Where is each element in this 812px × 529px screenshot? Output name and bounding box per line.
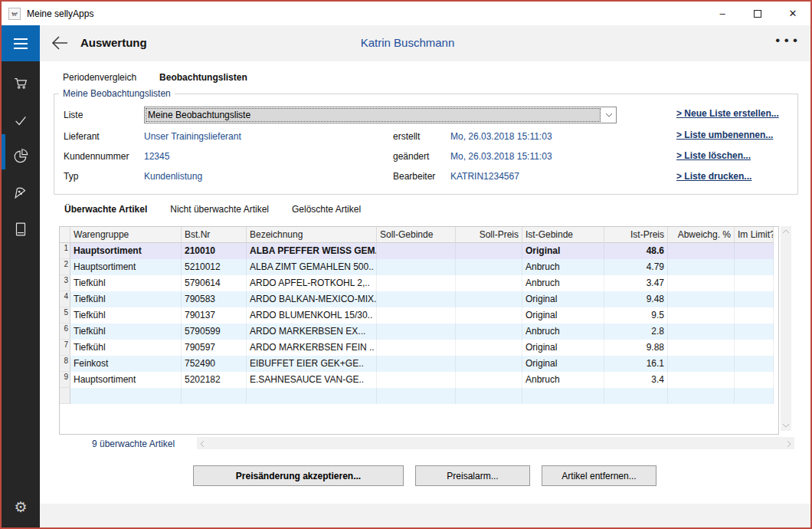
cell-abweichg[interactable] <box>668 307 735 324</box>
cell-ist_gebinde[interactable] <box>522 388 604 404</box>
preisaenderung-akzeptieren-button[interactable]: Preisänderung akzeptieren... <box>193 465 404 486</box>
cell-ist_gebinde[interactable]: Original <box>522 243 604 259</box>
table-row[interactable]: 2Hauptsortiment5210012ALBA ZIMT GEMAHLEN… <box>60 259 778 275</box>
table-row[interactable]: 8Feinkost752490EIBUFFET EIER GEK+GE..Ori… <box>60 356 778 372</box>
table-row[interactable] <box>60 388 778 404</box>
cell-soll_preis[interactable] <box>456 307 522 324</box>
cell-soll_gebinde[interactable] <box>377 275 456 291</box>
cell-warengruppe[interactable]: Tiefkühl <box>70 275 182 291</box>
hamburger-menu-icon[interactable] <box>2 25 40 61</box>
cell-bezeichnung[interactable]: ARDO MARKERBSEN FEIN .. <box>247 340 377 356</box>
cell-ist_gebinde[interactable]: Anbruch <box>522 324 604 340</box>
cell-bezeichnung[interactable] <box>247 388 377 404</box>
table-row[interactable]: 7Tiefkühl790597ARDO MARKERBSEN FEIN ..Or… <box>60 340 778 356</box>
column-header-im_limit[interactable]: Im Limit? <box>735 227 774 243</box>
cell-ist_gebinde[interactable]: Anbruch <box>522 259 604 275</box>
cell-im_limit[interactable] <box>735 324 774 340</box>
cell-bezeichnung[interactable]: ARDO BLUMENKOHL 15/30.. <box>247 307 377 324</box>
cell-abweichg[interactable] <box>668 291 735 307</box>
cell-soll_preis[interactable] <box>456 340 522 356</box>
cell-warengruppe[interactable]: Hauptsortiment <box>70 259 182 275</box>
cell-abweichg[interactable] <box>668 356 735 372</box>
cell-soll_gebinde[interactable] <box>377 388 456 404</box>
horizontal-scrollbar[interactable] <box>197 437 794 449</box>
cell-ist_gebinde[interactable]: Original <box>522 356 604 372</box>
cell-warengruppe[interactable]: Tiefkühl <box>70 340 182 356</box>
cell-bstnr[interactable]: 5790614 <box>182 275 247 291</box>
cell-soll_gebinde[interactable] <box>377 340 456 356</box>
tab-beobachtungslisten[interactable]: Beobachtungslisten <box>159 72 247 83</box>
cell-bezeichnung[interactable]: ARDO MARKERBSEN EX... <box>247 324 377 340</box>
pizza-slice-icon[interactable] <box>2 177 40 208</box>
cell-abweichg[interactable] <box>668 340 735 356</box>
cell-ist_gebinde[interactable]: Original <box>522 340 604 356</box>
table-row[interactable]: 5Tiefkühl790137ARDO BLUMENKOHL 15/30..Or… <box>60 307 778 324</box>
cell-ist_gebinde[interactable]: Anbruch <box>522 275 604 291</box>
cell-soll_gebinde[interactable] <box>377 307 456 324</box>
cell-warengruppe[interactable]: Hauptsortiment <box>70 372 182 388</box>
cell-bezeichnung[interactable]: ARDO BALKAN-MEXICO-MIX.. <box>247 291 377 307</box>
column-header-soll_preis[interactable]: Soll-Preis <box>456 227 522 243</box>
maximize-icon[interactable] <box>740 2 775 25</box>
cell-warengruppe[interactable]: Tiefkühl <box>70 307 182 324</box>
table-row[interactable]: 3Tiefkühl5790614ARDO APFEL-ROTKOHL 2,..A… <box>60 275 778 291</box>
cell-im_limit[interactable] <box>735 307 774 324</box>
cell-soll_preis[interactable] <box>456 356 522 372</box>
cell-bezeichnung[interactable]: ALBA ZIMT GEMAHLEN 500.. <box>247 259 377 275</box>
column-header-ist_preis[interactable]: Ist-Preis <box>604 227 668 243</box>
cell-soll_preis[interactable] <box>456 388 522 404</box>
cell-soll_gebinde[interactable] <box>377 259 456 275</box>
cell-bstnr[interactable] <box>182 388 247 404</box>
book-icon[interactable] <box>2 214 40 245</box>
tab-periodenvergleich[interactable]: Periodenvergleich <box>63 72 136 83</box>
cell-ist_preis[interactable]: 3.47 <box>604 275 668 291</box>
liste-combobox[interactable]: Meine Beobachtungsliste <box>144 107 617 123</box>
link-neue-liste-erstellen[interactable]: > Neue Liste erstellen... <box>676 108 779 119</box>
cell-ist_preis[interactable]: 9.5 <box>604 307 668 324</box>
table-row[interactable]: 1Hauptsortiment210010ALBA PFEFFER WEISS … <box>60 243 778 259</box>
cell-im_limit[interactable] <box>735 388 774 404</box>
cell-im_limit[interactable] <box>735 275 774 291</box>
table-row[interactable]: 9Hauptsortiment5202182E.SAHNESAUCE VAN-G… <box>60 372 778 388</box>
cell-warengruppe[interactable]: Tiefkühl <box>70 291 182 307</box>
column-header-ist_gebinde[interactable]: Ist-Gebinde <box>522 227 604 243</box>
cell-ist_preis[interactable]: 4.79 <box>604 259 668 275</box>
link-liste-umbenennen[interactable]: > Liste umbenennen... <box>676 130 773 140</box>
link-liste-drucken[interactable]: > Liste drucken... <box>676 171 751 182</box>
table-row[interactable]: 4Tiefkühl790583ARDO BALKAN-MEXICO-MIX..O… <box>60 291 778 307</box>
cell-ist_preis[interactable]: 48.6 <box>604 243 668 259</box>
cell-ist_preis[interactable]: 9.88 <box>604 340 668 356</box>
cell-soll_preis[interactable] <box>456 324 522 340</box>
cell-bstnr[interactable]: 790583 <box>182 291 247 307</box>
cell-warengruppe[interactable]: Tiefkühl <box>70 324 182 340</box>
minimize-icon[interactable]: – <box>705 2 740 25</box>
more-options-icon[interactable]: • • • <box>775 33 798 48</box>
pie-chart-icon[interactable] <box>2 140 40 171</box>
artikel-entfernen-button[interactable]: Artikel entfernen... <box>542 465 656 486</box>
cell-ist_preis[interactable]: 9.48 <box>604 291 668 307</box>
cell-ist_gebinde[interactable]: Original <box>522 307 604 324</box>
column-header-abweichg[interactable]: Abweichg. % <box>668 227 735 243</box>
cell-soll_preis[interactable] <box>456 243 522 259</box>
cell-im_limit[interactable] <box>735 259 774 275</box>
cell-ist_preis[interactable] <box>604 388 668 404</box>
cell-bstnr[interactable]: 210010 <box>182 243 247 259</box>
tab-geloeschte-artikel[interactable]: Gelöschte Artikel <box>292 204 361 215</box>
cell-bstnr[interactable]: 752490 <box>182 356 247 372</box>
chevron-down-icon[interactable] <box>601 107 616 123</box>
cell-bezeichnung[interactable]: ALBA PFEFFER WEISS GEM.. <box>247 243 377 259</box>
link-liste-loeschen[interactable]: > Liste löschen... <box>676 150 751 161</box>
gear-icon[interactable]: ⚙ <box>2 498 40 521</box>
column-header-bstnr[interactable]: Bst.Nr <box>182 227 247 243</box>
cell-ist_gebinde[interactable]: Anbruch <box>522 372 604 388</box>
back-arrow-icon[interactable] <box>51 34 70 53</box>
cell-bstnr[interactable]: 5210012 <box>182 259 247 275</box>
cell-soll_preis[interactable] <box>456 291 522 307</box>
cell-im_limit[interactable] <box>735 291 774 307</box>
cell-warengruppe[interactable] <box>70 388 182 404</box>
cell-abweichg[interactable] <box>668 275 735 291</box>
column-header-warengruppe[interactable]: Warengruppe <box>70 227 182 243</box>
cell-im_limit[interactable] <box>735 243 774 259</box>
vertical-scrollbar[interactable] <box>781 226 791 431</box>
cell-abweichg[interactable] <box>668 243 735 259</box>
